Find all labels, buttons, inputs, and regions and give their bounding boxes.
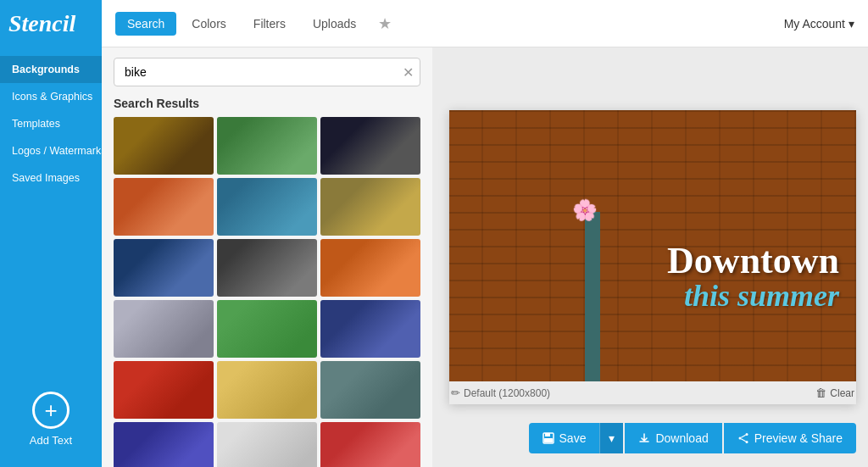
canvas-clear-button[interactable]: 🗑 Clear [815, 386, 854, 399]
thumbnail-10[interactable] [114, 300, 214, 358]
svg-line-7 [741, 439, 745, 442]
logo-area: Stencil [0, 0, 102, 47]
svg-line-6 [741, 435, 745, 437]
thumbnail-6[interactable] [320, 178, 420, 236]
thumbnail-14[interactable] [217, 361, 317, 419]
download-icon [638, 432, 650, 444]
thumbnail-18[interactable] [320, 422, 420, 467]
bottom-toolbar: Save ▾ Download [529, 423, 856, 453]
save-button[interactable]: Save [529, 423, 600, 453]
canvas-container: 🌸 Downtown this summer ✏ Default (1200x8… [449, 110, 856, 404]
save-icon [542, 432, 554, 444]
svg-rect-2 [544, 438, 553, 442]
pencil-icon: ✏ [451, 386, 460, 399]
right-panel: 🌸 Downtown this summer ✏ Default (1200x8… [432, 47, 868, 467]
flowers: 🌸 [572, 198, 598, 222]
share-icon [737, 432, 749, 444]
thumbnail-15[interactable] [320, 361, 420, 419]
canvas-size-label: Default (1200x800) [464, 387, 550, 399]
thumbnail-5[interactable] [217, 178, 317, 236]
results-label: Search Results [114, 97, 420, 110]
chevron-down-icon: ▾ [849, 17, 854, 31]
save-caret-button[interactable]: ▾ [599, 423, 623, 453]
search-box: ✕ [114, 58, 420, 86]
sidebar-nav: Backgrounds Icons & Graphics Templates L… [0, 56, 102, 380]
thumbnail-16[interactable] [114, 422, 214, 467]
search-clear-icon[interactable]: ✕ [403, 64, 414, 81]
street-lamp [585, 212, 600, 381]
thumbnail-12[interactable] [320, 300, 420, 358]
canvas-bottom-bar: ✏ Default (1200x800) 🗑 Clear [449, 381, 856, 404]
thumbnail-4[interactable] [114, 178, 214, 236]
thumbnail-8[interactable] [217, 239, 317, 297]
sidebar-item-backgrounds[interactable]: Backgrounds [0, 56, 102, 83]
sidebar-item-icons-graphics[interactable]: Icons & Graphics [0, 83, 102, 110]
header: Search Colors Filters Uploads ★ My Accou… [102, 0, 868, 47]
svg-rect-1 [545, 433, 550, 436]
canvas-text-downtown: Downtown [667, 242, 839, 280]
image-grid [114, 117, 420, 467]
thumbnail-13[interactable] [114, 361, 214, 419]
trash-icon: 🗑 [815, 386, 826, 399]
preview-share-label: Preview & Share [754, 431, 843, 445]
tab-uploads[interactable]: Uploads [301, 12, 368, 36]
left-panel: ✕ Search Results [102, 47, 432, 467]
logo: Stencil [8, 10, 75, 36]
main: Search Colors Filters Uploads ★ My Accou… [102, 0, 868, 467]
sidebar: Stencil Backgrounds Icons & Graphics Tem… [0, 0, 102, 467]
download-label: Download [655, 431, 708, 445]
add-text-area[interactable]: + Add Text [18, 380, 84, 459]
thumbnail-1[interactable] [114, 117, 214, 175]
star-icon[interactable]: ★ [371, 9, 398, 38]
tab-filters[interactable]: Filters [242, 12, 298, 36]
thumbnail-2[interactable] [217, 117, 317, 175]
svg-point-3 [745, 433, 748, 436]
add-text-label: Add Text [30, 434, 72, 447]
canvas-overlay: Downtown this summer [667, 242, 839, 314]
canvas-default-label: ✏ Default (1200x800) [451, 386, 550, 399]
tab-search[interactable]: Search [115, 12, 176, 36]
my-account-label: My Account [784, 17, 845, 31]
save-label: Save [559, 431, 587, 445]
thumbnail-3[interactable] [320, 117, 420, 175]
canvas-image: 🌸 Downtown this summer [449, 110, 856, 381]
svg-point-4 [745, 441, 748, 443]
sidebar-item-templates[interactable]: Templates [0, 110, 102, 137]
caret-down-icon: ▾ [609, 431, 615, 445]
preview-share-button[interactable]: Preview & Share [722, 423, 856, 453]
clear-text: Clear [830, 387, 854, 399]
content: ✕ Search Results [102, 47, 868, 467]
thumbnail-9[interactable] [320, 239, 420, 297]
nav-tabs: Search Colors Filters Uploads ★ [115, 9, 784, 38]
sidebar-item-logos-watermarks[interactable]: Logos / Watermarks [0, 137, 102, 164]
canvas-text-summer: this summer [667, 280, 839, 314]
sidebar-item-saved-images[interactable]: Saved Images [0, 164, 102, 192]
thumbnail-7[interactable] [114, 239, 214, 297]
thumbnail-17[interactable] [217, 422, 317, 467]
brick-background: 🌸 Downtown this summer [449, 110, 856, 381]
my-account-button[interactable]: My Account ▾ [784, 17, 854, 31]
thumbnail-11[interactable] [217, 300, 317, 358]
add-text-button[interactable]: + [32, 392, 70, 429]
search-input[interactable] [114, 58, 420, 86]
download-button[interactable]: Download [623, 423, 721, 453]
tab-colors[interactable]: Colors [180, 12, 237, 36]
svg-point-5 [738, 437, 741, 440]
